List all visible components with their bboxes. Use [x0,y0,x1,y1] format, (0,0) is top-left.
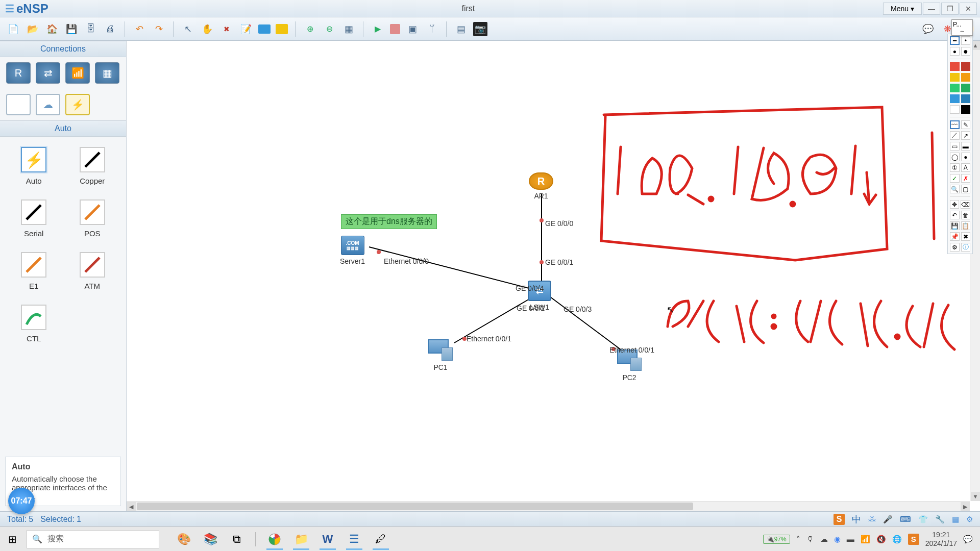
chat-button[interactable]: 💬 [921,22,935,36]
scroll-left-arrow[interactable]: ◀ [127,502,136,511]
palette-wireless[interactable]: 📶 [65,62,90,84]
tray-tool-icon[interactable]: 🔧 [935,515,945,524]
dot-med-button[interactable]: ● [950,47,960,56]
stop-button[interactable] [390,24,400,34]
print-button[interactable]: 🖨 [103,22,117,36]
tray-network-icon[interactable]: 📶 [861,535,870,544]
palette-firewall[interactable]: ▦ [95,62,119,84]
capture-button[interactable]: ▣ [405,22,420,36]
open-file-button[interactable]: 📂 [26,22,40,36]
node-pc1[interactable]: PC1 [428,339,453,371]
tray-battery-icon[interactable]: ▬ [847,535,854,543]
taskbar-app-books[interactable]: 📚 [198,529,223,550]
home-button[interactable]: 🏠 [45,22,59,36]
taskbar-epic-pen[interactable]: 🖊 [369,529,393,550]
tray-mic-icon[interactable]: 🎤 [883,515,893,524]
ellipse-tool-button[interactable]: ◯ [950,153,960,161]
color-blue[interactable] [950,94,960,103]
color-green[interactable] [950,84,960,92]
canvas-area[interactable]: 这个是用于dns服务器的 R AR1 GE 0/0/0 ⇄ LSW1 GE 0/… [127,41,980,511]
connection-serial[interactable]: Serial [17,199,51,238]
connection-copper[interactable]: Copper [76,147,109,185]
text-box-button[interactable] [258,24,271,34]
sticky-button[interactable] [276,24,288,34]
tray-notifications-icon[interactable]: 💬 [963,535,973,544]
ellipse-fill-button[interactable]: ● [961,153,971,161]
scroll-thumb[interactable] [137,503,693,510]
note-button[interactable]: 📝 [239,22,253,36]
grid-button[interactable]: ▤ [454,22,468,36]
taskbar-word[interactable]: W [315,529,340,550]
color-darkred[interactable] [961,62,971,71]
taskbar-chrome[interactable] [262,529,287,550]
ruler-button[interactable]: ▢ [961,185,971,193]
palette-switch[interactable]: ⇄ [36,62,60,84]
pan-tool-button[interactable]: ✋ [200,22,214,36]
start-button[interactable]: ▶ [371,22,385,36]
palette-cloud[interactable]: ☁ [36,94,60,115]
close-annot-button[interactable]: ✖ [961,232,971,241]
save-button[interactable]: 💾 [64,22,79,36]
eraser-button[interactable]: ⌫ [961,200,970,209]
color-orange[interactable] [961,73,971,82]
number-tool-button[interactable]: ① [950,163,960,172]
select-tool-button[interactable]: ↖ [181,22,195,36]
redo-button[interactable]: ↷ [152,22,166,36]
maximize-button[interactable]: ❐ [941,3,959,15]
connection-auto[interactable]: ⚡ Auto [17,147,51,185]
tray-emoji-icon[interactable]: ⁂ [868,515,876,524]
save-all-button[interactable]: 🗄 [84,22,98,36]
color-darkgreen[interactable] [961,84,971,92]
new-file-button[interactable]: 📄 [6,22,20,36]
menu-button[interactable]: Menu▾ [883,3,922,15]
scroll-down-arrow[interactable]: ▼ [971,492,980,501]
connection-e1[interactable]: E1 [17,252,51,290]
topology-button[interactable]: ᛘ [425,22,439,36]
battery-indicator[interactable]: 🔌97% [763,535,790,544]
delete-button[interactable]: ✖ [219,22,234,36]
scroll-right-arrow[interactable]: ▶ [961,502,970,511]
undo-annot-button[interactable]: ↶ [950,211,960,219]
copy-button[interactable]: 📋 [961,221,971,230]
check-tool-button[interactable]: ✓ [950,174,960,183]
fit-button[interactable]: ▦ [341,22,356,36]
tray-onedrive-icon[interactable]: ☁ [820,535,828,544]
arrow-tool-button[interactable]: ↗ [961,131,971,140]
tray-skin-icon[interactable]: 👕 [918,515,928,524]
connection-atm[interactable]: ATM [76,252,109,290]
trash-button[interactable]: 🗑 [961,211,971,219]
tray-grid-icon[interactable]: ▦ [952,515,959,524]
color-black[interactable] [961,105,970,114]
tray-up-icon[interactable]: ˄ [796,535,800,544]
save-annot-button[interactable]: 💾 [950,221,960,230]
node-server1[interactable]: .COM▥▥▥ Server1 [340,236,365,265]
tray-volume-icon[interactable]: 🔇 [876,535,886,544]
color-red[interactable] [950,62,960,71]
zoom-in-button[interactable]: ⊕ [303,22,317,36]
tray-keyboard-icon[interactable]: ⌨ [900,515,911,524]
taskbar-ensp[interactable]: ☰ [342,529,366,550]
node-ar1[interactable]: R AR1 [529,172,553,200]
dot-large-button[interactable]: ● [961,47,971,56]
text-tool-button[interactable]: A [961,163,971,172]
highlighter-button[interactable]: ✎ [961,120,970,129]
tray-clock[interactable]: 19:21 2024/1/17 [925,531,957,548]
sogou-ime-icon[interactable]: S [834,514,845,525]
move-tool-button[interactable]: ✥ [950,200,959,209]
cross-tool-button[interactable]: ✗ [961,174,971,183]
recording-timer-badge[interactable]: 07:47 [8,488,35,514]
zoom-tool-button[interactable]: 🔍 [950,185,960,193]
tray-meet-icon[interactable]: ◉ [834,535,841,544]
pointer-options-panel[interactable]: P... ↔ [951,19,973,36]
palette-flash[interactable]: ⚡ [65,94,90,115]
zoom-out-button[interactable]: ⊖ [322,22,336,36]
connection-ctl[interactable]: CTL [17,305,51,343]
ime-lang[interactable]: 中 [852,513,861,525]
tray-mic2-icon[interactable]: 🎙 [806,535,814,543]
close-window-button[interactable]: ✕ [960,3,977,15]
canvas-note[interactable]: 这个是用于dns服务器的 [341,214,437,229]
horizontal-scrollbar[interactable]: ◀ ▶ [127,501,970,511]
color-darkblue[interactable] [961,94,971,103]
palette-pc[interactable]: 🖥 [6,94,31,115]
color-yellow[interactable] [950,73,960,82]
